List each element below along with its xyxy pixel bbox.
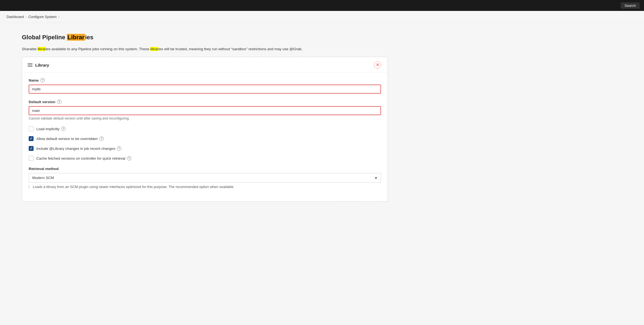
allow-override-help-icon[interactable]: ? (99, 136, 104, 141)
default-version-label: Default version ? (29, 100, 381, 104)
checkboxes-group: Load implicitly ? Allow default version … (29, 126, 381, 161)
library-title: Library (35, 63, 49, 67)
name-input[interactable] (29, 85, 381, 94)
hamburger-icon[interactable] (28, 63, 33, 67)
breadcrumb-dashboard[interactable]: Dashboard (7, 15, 24, 19)
desc-highlight-1: librar (38, 47, 46, 51)
hamburger-line-2 (28, 65, 33, 65)
page-description: Sharable libraries available to any Pipe… (22, 46, 388, 52)
retrieval-method-select-wrapper: Modern SCM Legacy SCM ▼ (29, 173, 381, 183)
cache-fetched-row: Cache fetched versions on controller for… (29, 156, 381, 161)
default-version-helper: Cannot validate default version until af… (29, 117, 381, 120)
name-help-icon[interactable]: ? (40, 78, 45, 82)
name-group: Name ? (29, 78, 381, 94)
library-form: Name ? Default version ? Cannot validate… (22, 73, 388, 189)
retrieval-method-label: Retrieval method (29, 167, 381, 171)
name-label: Name ? (29, 78, 381, 82)
retrieval-method-description: Loads a library from an SCM plugin using… (29, 185, 381, 189)
breadcrumb: Dashboard › Configure System › (0, 11, 644, 23)
include-library-changes-row: Include @Library changes in job recent c… (29, 146, 381, 151)
cache-fetched-checkbox[interactable] (29, 156, 34, 161)
load-implicitly-row: Load implicitly ? (29, 126, 381, 131)
default-version-input[interactable] (29, 106, 381, 115)
top-bar: Search (0, 0, 644, 11)
library-card: Library ✕ Name ? Default version ? (22, 57, 388, 202)
library-header: Library ✕ (22, 57, 388, 73)
desc-highlight-2: librar (150, 47, 158, 51)
page-title-highlight: Librar (67, 34, 85, 41)
allow-override-row: Allow default version to be overridden ? (29, 136, 381, 141)
hamburger-line-3 (28, 66, 33, 67)
search-button[interactable]: Search (621, 2, 640, 9)
library-header-left: Library (28, 63, 49, 67)
allow-override-label: Allow default version to be overridden ? (36, 136, 104, 141)
desc-mid-2: ies will be trusted, meaning they run wi… (158, 47, 302, 51)
hamburger-line-1 (28, 63, 33, 64)
include-library-changes-checkbox[interactable] (29, 146, 34, 151)
breadcrumb-sep-2: › (58, 15, 59, 19)
breadcrumb-sep-1: › (26, 15, 27, 19)
page-title-prefix: Global Pipeline (22, 34, 67, 41)
page-title: Global Pipeline Libraries (22, 34, 388, 41)
desc-mid-1: ies available to any Pipeline jobs runni… (46, 47, 150, 51)
load-implicitly-label: Load implicitly ? (36, 127, 66, 131)
default-version-group: Default version ? Cannot validate defaul… (29, 100, 381, 120)
retrieval-method-select[interactable]: Modern SCM Legacy SCM (29, 173, 381, 183)
include-library-changes-help-icon[interactable]: ? (117, 146, 121, 151)
page-title-suffix: ies (85, 34, 93, 41)
cache-fetched-help-icon[interactable]: ? (127, 156, 131, 160)
breadcrumb-configure-system[interactable]: Configure System (28, 15, 57, 19)
include-library-changes-label: Include @Library changes in job recent c… (36, 146, 121, 151)
allow-override-checkbox[interactable] (29, 136, 34, 141)
load-implicitly-checkbox[interactable] (29, 126, 34, 131)
retrieval-method-group: Retrieval method Modern SCM Legacy SCM ▼… (29, 167, 381, 189)
close-button[interactable]: ✕ (374, 61, 381, 68)
cache-fetched-label: Cache fetched versions on controller for… (36, 156, 131, 160)
default-version-help-icon[interactable]: ? (57, 100, 61, 104)
main-content: Global Pipeline Libraries Sharable libra… (0, 23, 410, 213)
load-implicitly-help-icon[interactable]: ? (61, 127, 66, 131)
desc-before: Sharable (22, 47, 38, 51)
